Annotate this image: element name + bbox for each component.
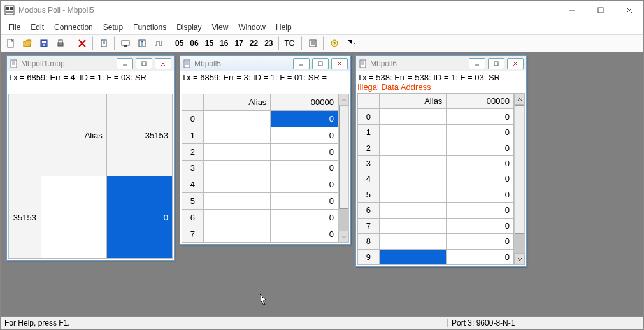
menu-window[interactable]: Window [233, 22, 271, 33]
mdi-minimize-button[interactable] [117, 58, 133, 69]
row-header[interactable]: 3 [182, 160, 204, 176]
cell-alias[interactable] [203, 127, 271, 143]
menu-view[interactable]: View [207, 22, 234, 33]
mdi-maximize-button[interactable] [488, 58, 504, 69]
cell-alias[interactable] [203, 210, 271, 226]
row-header[interactable]: 0 [358, 109, 380, 124]
scroll-thumb[interactable] [515, 105, 524, 234]
help-icon[interactable]: ? [327, 36, 342, 51]
cell-alias[interactable] [203, 176, 271, 193]
table-row[interactable]: 40 [182, 176, 338, 193]
table-row[interactable]: 10 [182, 127, 338, 143]
mdi-maximize-button[interactable] [136, 58, 152, 69]
table-row[interactable]: 70 [358, 218, 514, 233]
cell-alias[interactable] [203, 193, 271, 210]
toolbar-fn-16[interactable]: 16 [217, 36, 231, 51]
row-header[interactable]: 6 [182, 210, 204, 226]
read-write-definition-icon[interactable] [96, 36, 111, 51]
cell-value[interactable]: 0 [447, 187, 514, 202]
communication-traffic-icon[interactable] [305, 36, 320, 51]
table-row[interactable]: 20 [358, 140, 514, 155]
cell-value[interactable]: 0 [271, 226, 338, 243]
mdi-minimize-button[interactable] [293, 58, 310, 69]
cell-alias[interactable] [379, 203, 447, 218]
export-icon[interactable] [134, 36, 150, 51]
cell-value[interactable]: 0 [271, 110, 338, 127]
monitor-icon[interactable] [118, 36, 133, 51]
row-header[interactable]: 2 [358, 140, 380, 155]
cell-alias[interactable] [379, 140, 447, 155]
row-header[interactable]: 1 [182, 127, 204, 143]
maximize-button[interactable] [586, 1, 615, 20]
row-header[interactable]: 2 [182, 143, 204, 160]
table-row[interactable]: 90 [358, 249, 514, 264]
cell-value[interactable]: 0 [271, 127, 338, 143]
vertical-scrollbar[interactable] [514, 93, 525, 265]
cell-value[interactable]: 0 [447, 155, 514, 171]
minimize-button[interactable] [557, 1, 586, 20]
toolbar-fn-15[interactable]: 15 [203, 36, 216, 51]
table-row[interactable]: 20 [182, 143, 338, 160]
row-header[interactable]: 3 [358, 155, 380, 171]
toolbar-fn-17[interactable]: 17 [232, 36, 245, 51]
cell-alias[interactable] [203, 160, 271, 176]
cell-alias[interactable] [379, 234, 447, 249]
child-window-w3[interactable]: Mbpoll6Tx = 538: Err = 538: ID = 1: F = … [355, 55, 527, 267]
scroll-down-button[interactable] [514, 253, 525, 265]
cell-alias[interactable] [379, 155, 447, 171]
cell-alias[interactable] [379, 171, 447, 187]
register-grid[interactable]: Alias0000000102030405060708090 [357, 93, 514, 265]
column-header-rownum[interactable] [182, 94, 204, 111]
mdi-close-button[interactable] [155, 58, 171, 69]
row-header[interactable]: 7 [182, 226, 204, 243]
cell-value[interactable]: 0 [447, 109, 514, 124]
row-header[interactable]: 4 [182, 176, 204, 193]
column-header-value[interactable]: 00000 [447, 94, 514, 109]
cell-value[interactable]: 0 [447, 203, 514, 218]
table-row[interactable]: 70 [182, 226, 338, 243]
row-header[interactable]: 4 [358, 171, 380, 187]
cell-value[interactable]: 0 [447, 140, 514, 155]
register-grid[interactable]: Alias35153351530 [8, 94, 173, 259]
cell-value[interactable]: 0 [447, 171, 514, 187]
column-header-value[interactable]: 00000 [271, 94, 338, 111]
menu-connection[interactable]: Connection [49, 22, 98, 33]
column-header-alias[interactable]: Alias [379, 94, 447, 109]
signal-icon[interactable] [151, 36, 166, 51]
print-icon[interactable] [53, 36, 68, 51]
table-row[interactable]: 60 [358, 203, 514, 218]
menu-functions[interactable]: Functions [128, 22, 171, 33]
cell-value[interactable]: 0 [271, 143, 338, 160]
toolbar-fn-23[interactable]: 23 [262, 36, 275, 51]
register-grid[interactable]: Alias000000010203040506070 [182, 94, 338, 243]
close-button[interactable] [615, 1, 643, 20]
cell-alias[interactable] [203, 143, 271, 160]
disconnect-icon[interactable] [75, 36, 90, 51]
toolbar-fn-05[interactable]: 05 [173, 36, 186, 51]
cell-alias[interactable] [379, 124, 447, 140]
cell-alias[interactable] [379, 218, 447, 233]
cell-alias[interactable] [379, 249, 447, 264]
cell-value[interactable]: 0 [447, 124, 514, 140]
cell-value[interactable]: 0 [271, 210, 338, 226]
whats-this-icon[interactable]: ? [343, 36, 359, 51]
column-header-rownum[interactable] [358, 94, 380, 109]
mdi-close-button[interactable] [507, 58, 524, 69]
table-row[interactable]: 80 [358, 234, 514, 249]
cell-value[interactable]: 0 [271, 176, 338, 193]
mdi-maximize-button[interactable] [312, 58, 329, 69]
menu-file[interactable]: File [3, 22, 25, 33]
toolbar-fn-06[interactable]: 06 [187, 36, 201, 51]
toolbar-fn-tc[interactable]: TC [282, 36, 297, 51]
column-header-value[interactable]: 35153 [106, 94, 172, 176]
titlebar[interactable]: Modbus Poll - Mbpoll5 [1, 1, 643, 20]
scroll-down-button[interactable] [338, 231, 349, 243]
row-header[interactable]: 7 [358, 218, 380, 233]
row-header[interactable]: 6 [358, 203, 380, 218]
menu-display[interactable]: Display [171, 22, 206, 33]
child-window-w1[interactable]: Mbpoll1.mbpTx = 6859: Err = 4: ID = 1: F… [6, 55, 175, 261]
table-row[interactable]: 60 [182, 210, 338, 226]
table-row[interactable]: 30 [358, 155, 514, 171]
child-window-w2[interactable]: Mbpoll5Tx = 6859: Err = 3: ID = 1: F = 0… [180, 55, 351, 245]
cell-value[interactable]: 0 [447, 234, 514, 249]
